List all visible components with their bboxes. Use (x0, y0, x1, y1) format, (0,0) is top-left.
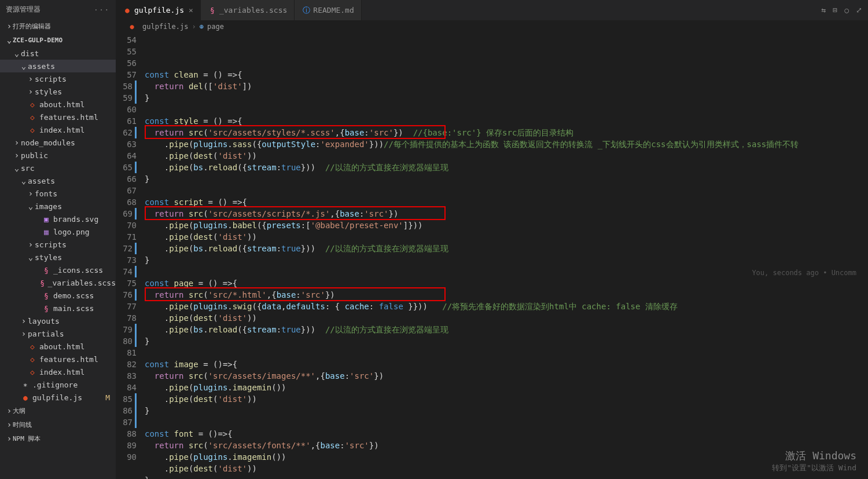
file-item[interactable]: ◇index.html (0, 365, 116, 378)
file-item[interactable]: §demo.scss (0, 289, 116, 302)
file-item[interactable]: ●gulpfile.jsM (0, 391, 116, 404)
folder-item[interactable]: ⌄styles (0, 251, 116, 264)
code-line[interactable] (145, 347, 868, 359)
code-line[interactable]: const clean = () =>{ (145, 69, 868, 81)
folder-item[interactable]: ⌄dist (0, 47, 116, 60)
open-editors-section[interactable]: ›打开的编辑器 (0, 19, 116, 33)
code-line[interactable]: .pipe(dest('dist')) (145, 312, 868, 324)
code-line[interactable]: return src('src/assets/images/**',{base:… (145, 370, 868, 382)
code-line[interactable]: return src('src/assets/styles/*.scss',{b… (145, 127, 868, 138)
code-line[interactable]: } (145, 92, 868, 104)
code-line[interactable]: const script = () =>{ (145, 196, 868, 208)
folder-item[interactable]: ›partials (0, 327, 116, 340)
file-item[interactable]: ▦logo.png (0, 225, 116, 238)
folder-item[interactable]: ›scripts (0, 72, 116, 85)
folder-item[interactable]: ⌄assets (0, 174, 116, 187)
folder-item[interactable]: ›layouts (0, 315, 116, 327)
outline-section[interactable]: ›大纲 (0, 404, 116, 418)
html-icon: ◇ (28, 113, 37, 122)
code-line[interactable]: .pipe(bs.reload({stream:true})) //以流的方式直… (145, 162, 868, 173)
code-line[interactable]: return del(['dist']) (145, 81, 868, 92)
code-line[interactable]: return src('src/*.html',{base:'src'}) (145, 289, 868, 301)
modified-badge: M (105, 393, 110, 402)
file-icon: ∗ (21, 381, 30, 389)
code-line[interactable]: .pipe(dest('dist')) (145, 393, 868, 405)
split-icon[interactable]: ⊟ (833, 6, 837, 14)
folder-item[interactable]: ›fonts (0, 187, 116, 200)
code-line[interactable]: } (145, 254, 868, 266)
code-line[interactable]: .pipe(dest('dist')) (145, 463, 868, 474)
code-line[interactable]: .pipe(bs.reload({stream:true})) //以流的方式直… (145, 324, 868, 335)
code-line[interactable]: .pipe(bs.reload({stream:true})) //以流的方式直… (145, 243, 868, 254)
file-item[interactable]: ▣brands.svg (0, 213, 116, 225)
tab[interactable]: ⓘREADME.md (295, 0, 361, 20)
code-line[interactable]: } (145, 335, 868, 347)
folder-item[interactable]: ›scripts (0, 238, 116, 251)
svg-icon: ▣ (42, 215, 51, 224)
file-item[interactable]: ◇features.html (0, 353, 116, 365)
scss-icon: § (39, 279, 46, 287)
folder-item[interactable]: ⌄images (0, 200, 116, 213)
code-line[interactable] (145, 416, 868, 428)
circle-icon[interactable]: ○ (844, 6, 849, 14)
compare-icon[interactable]: ⇆ (822, 6, 826, 14)
file-item[interactable]: ◇about.html (0, 340, 116, 353)
file-item[interactable]: ◇about.html (0, 98, 116, 111)
code-line[interactable]: .pipe(plugins.babel({presets:['@babel/pr… (145, 220, 868, 231)
file-item[interactable]: ◇features.html (0, 111, 116, 123)
folder-item[interactable]: ⌄src (0, 162, 116, 174)
html-icon: ◇ (28, 126, 37, 134)
code-line[interactable]: .pipe(dest('dist')) (145, 231, 868, 243)
file-item[interactable]: ◇index.html (0, 123, 116, 136)
chevron-icon: ⌄ (13, 49, 21, 58)
code-editor[interactable]: 5455565758596061626364656667686970717273… (116, 33, 868, 479)
folder-item[interactable]: ⌄assets (0, 60, 116, 72)
npm-scripts-section[interactable]: ›NPM 脚本 (0, 432, 116, 445)
chevron-icon: › (27, 87, 35, 96)
html-icon: ◇ (28, 368, 37, 376)
tab-actions: ⇆ ⊟ ○ ⤢ (822, 0, 868, 20)
chevron-icon: ⌄ (27, 202, 35, 211)
tab[interactable]: ●gulpfile.js× (116, 0, 201, 20)
folder-item[interactable]: ›node_modules (0, 136, 116, 149)
file-item[interactable]: ∗.gitignore (0, 378, 116, 391)
close-icon[interactable]: × (189, 6, 193, 14)
code-line[interactable]: } (145, 405, 868, 416)
file-item[interactable]: §main.scss (0, 302, 116, 315)
code-line[interactable]: const page = () =>{ (145, 277, 868, 289)
chevron-right-icon: › (192, 23, 196, 31)
code-line[interactable]: return src('src/assets/fonts/**',{base:'… (145, 440, 868, 451)
file-tree: ⌄dist⌄assets›scripts›styles◇about.html◇f… (0, 47, 116, 404)
explorer-sidebar: 资源管理器 ··· ›打开的编辑器 ⌄ZCE-GULP-DEMO ⌄dist⌄a… (0, 0, 116, 479)
code-line[interactable]: const font = ()=>{ (145, 428, 868, 440)
timeline-section[interactable]: ›时间线 (0, 418, 116, 432)
code-line[interactable]: const style = () =>{ (145, 115, 868, 127)
js-icon: ● (123, 6, 132, 14)
code-line[interactable]: .pipe(plugins.sass({outputStyle:'expande… (145, 138, 868, 150)
code-line[interactable]: .pipe(plugins.swig({data,defaults: { cac… (145, 301, 868, 312)
project-root[interactable]: ⌄ZCE-GULP-DEMO (0, 33, 116, 47)
code-line[interactable]: const image = ()=>{ (145, 359, 868, 370)
more-icon[interactable]: ··· (94, 6, 110, 14)
tab[interactable]: §_variables.scss (201, 0, 295, 20)
code-line[interactable]: .pipe(plugins.imagemin()) (145, 382, 868, 393)
code-area[interactable]: You, seconds ago • Uncomm const clean = … (145, 33, 868, 479)
file-item[interactable]: §_variables.scss (0, 276, 116, 289)
code-line[interactable] (145, 185, 868, 196)
code-line[interactable]: .pipe(dest('dist')) (145, 150, 868, 162)
code-line[interactable]: } (145, 173, 868, 185)
chevron-icon: › (20, 316, 28, 326)
code-line[interactable]: .pipe(plugins.imagemin()) (145, 451, 868, 463)
expand-icon[interactable]: ⤢ (856, 6, 862, 14)
file-item[interactable]: §_icons.scss (0, 264, 116, 276)
chevron-icon: ⌄ (20, 61, 28, 71)
code-line[interactable] (145, 104, 868, 115)
folder-item[interactable]: ›public (0, 149, 116, 162)
chevron-icon: › (27, 189, 35, 198)
chevron-icon: ⌄ (13, 163, 21, 173)
code-line[interactable]: } (145, 474, 868, 479)
code-line[interactable] (145, 266, 868, 277)
breadcrumb[interactable]: ● gulpfile.js › ⊕ page (116, 20, 868, 33)
code-line[interactable]: return src('src/assets/scripts/*.js',{ba… (145, 208, 868, 220)
folder-item[interactable]: ›styles (0, 85, 116, 98)
